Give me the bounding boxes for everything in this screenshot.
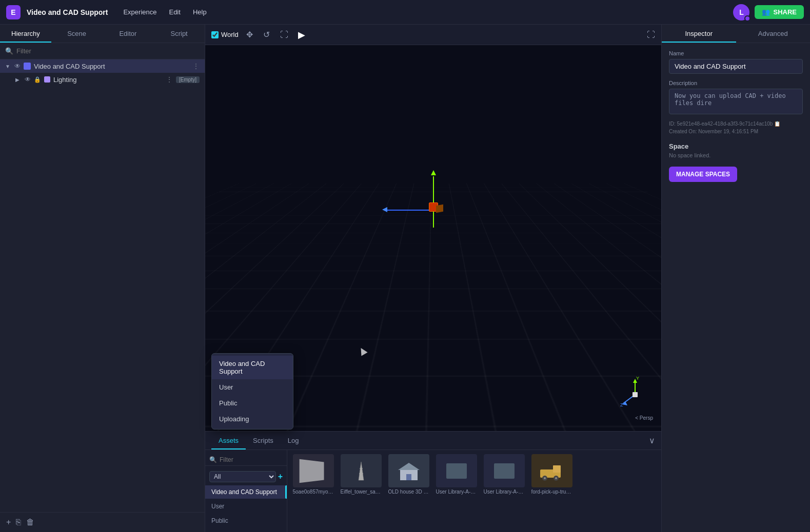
app-title: Video and CAD Support [27,8,108,16]
menu-experience[interactable]: Experience [118,6,162,18]
cursor-indicator [359,347,366,355]
assets-sidebar: 🔍 All Models Videos Images + Video and [205,450,287,532]
asset-item-5[interactable]: ford-pick-up-truck-... [530,454,574,495]
dropdown-item-uploading[interactable]: Uploading [212,411,293,427]
hierarchy-label-lighting: Lighting [53,76,163,84]
menu-edit[interactable]: Edit [164,6,185,18]
assets-folder-uploading[interactable]: Uploading [205,528,287,532]
asset-name-1: Eiffel_tower_sam... [341,489,382,495]
avatar[interactable]: L [733,4,749,21]
hierarchy-item-lighting[interactable]: ▶ 👁 🔒 Lighting ⋮ [Empty] [0,73,205,86]
menu-help[interactable]: Help [188,6,212,18]
topbar-right: L 👥 SHARE [733,4,804,21]
space-section-sub: No space linked. [669,152,803,158]
svg-point-19 [555,477,557,479]
space-section-title: Space [669,142,803,150]
asset-thumb-3 [436,454,477,487]
left-panel: Hierarchy Scene Editor Script 🔍 ▼ 👁 Vide… [0,25,205,532]
dropdown-item-public[interactable]: Public [212,395,293,411]
hierarchy-search: 🔍 [0,43,205,59]
svg-marker-4 [622,401,627,405]
move-tool-button[interactable]: ✥ [244,29,255,40]
expand-arrow-root[interactable]: ▼ [5,64,11,69]
world-checkbox[interactable] [211,31,219,38]
avatar-badge [744,15,750,22]
svg-text:Y: Y [636,377,639,381]
tab-script[interactable]: Script [153,25,205,43]
hierarchy-filter-input[interactable] [16,47,200,55]
inspector-content: Name Description Now you can upload CAD … [662,43,810,532]
left-tabs: Hierarchy Scene Editor Script [0,25,205,43]
share-button[interactable]: 👥 SHARE [755,5,804,19]
assets-dropdown: Video and CAD Support User Public Upload… [211,353,293,429]
asset-item-2[interactable]: OLD house 3D m... [387,454,430,495]
expand-arrow-lighting[interactable]: ▶ [15,77,22,83]
svg-rect-13 [406,474,411,480]
copy-item-button[interactable]: ⎘ [16,518,21,527]
name-field-input[interactable] [669,59,803,74]
svg-text:Z: Z [620,402,623,407]
assets-folder-project[interactable]: Video and CAD Support [205,485,287,499]
gizmo-svg: Y Z [617,377,653,413]
main-layout: Hierarchy Scene Editor Script 🔍 ▼ 👁 Vide… [0,25,810,532]
rotate-tool-button[interactable]: ↺ [261,29,272,40]
meta-created: Created On: November 19, 4:16:51 PM [669,129,758,134]
tab-editor[interactable]: Editor [103,25,154,43]
copy-id-button[interactable]: 📋 [774,121,780,127]
assets-search: 🔍 [205,454,287,466]
dropdown-item-user[interactable]: User [212,379,293,395]
asset-item-0[interactable]: 5oae0o857myo-b... [291,454,335,495]
add-asset-button[interactable]: + [278,472,283,481]
asset-name-0: 5oae0o857myo-b... [293,489,334,495]
assets-tabs: Assets Scripts Log ∨ [205,432,661,450]
assets-type-filter[interactable]: All Models Videos Images [209,471,276,482]
desc-field-textarea[interactable]: Now you can upload CAD + video files dir… [669,89,803,114]
world-check: World [211,31,239,38]
tab-scene[interactable]: Scene [51,25,103,43]
tab-scripts[interactable]: Scripts [246,432,281,449]
collapse-assets-button[interactable]: ∨ [649,436,655,445]
eye-icon-lighting[interactable]: 👁 [25,76,31,83]
asset-item-4[interactable]: User Library-A-54... [482,454,526,495]
assets-filter-input[interactable] [220,456,297,463]
asset-item-3[interactable]: User Library-A-54... [434,454,478,495]
x-axis-arrow [382,207,387,212]
tab-advanced[interactable]: Advanced [736,25,811,43]
svg-marker-8 [359,462,364,480]
asset-thumb-0 [293,454,334,487]
cube-icon-root [24,63,31,70]
hierarchy-label-root: Video and CAD Support [34,63,189,70]
assets-folder-public[interactable]: Public [205,514,287,527]
hierarchy-item-root[interactable]: ▼ 👁 Video and CAD Support ⋮ [0,59,205,73]
asset-name-5: ford-pick-up-truck-... [531,489,572,495]
assets-folder-user[interactable]: User [205,500,287,513]
delete-item-button[interactable]: 🗑 [26,518,34,527]
assets-content: 🔍 All Models Videos Images + Video and [205,450,661,532]
hierarchy-bottom-toolbar: + ⎘ 🗑 [0,512,205,532]
persp-label: < Persp [617,415,653,421]
manage-spaces-button[interactable]: MANAGE SPACES [669,167,737,182]
expand-viewport-button[interactable]: ⛶ [647,30,655,39]
eye-icon-root[interactable]: 👁 [14,63,21,70]
dots-icon-lighting[interactable]: ⋮ [166,75,173,84]
scale-tool-button[interactable]: ⛶ [278,29,291,40]
asset-name-2: OLD house 3D m... [388,489,429,495]
dropdown-item-project[interactable]: Video and CAD Support [212,356,293,379]
topbar: E Video and CAD Support Experience Edit … [0,0,810,25]
play-button[interactable]: ▶ [298,29,305,40]
tab-inspector[interactable]: Inspector [662,25,736,43]
lock-icon-lighting[interactable]: 🔒 [34,76,41,83]
topbar-menu: Experience Edit Help [118,6,211,18]
add-item-button[interactable]: + [6,518,11,527]
asset-item-1[interactable]: Eiffel_tower_sam... [339,454,383,495]
dots-icon-root[interactable]: ⋮ [192,62,200,70]
truck-thumb [538,459,566,482]
tab-assets[interactable]: Assets [211,432,246,449]
svg-rect-15 [553,465,561,473]
tab-hierarchy[interactable]: Hierarchy [0,25,51,43]
viewport-bar: World ✥ ↺ ⛶ ▶ ⛶ [205,25,661,45]
asset-thumb-4 [484,454,525,487]
meta-id: ID: 5e921e48-ea42-418d-a3f3-9c71c14ac10b [669,121,773,127]
assets-grid: 5oae0o857myo-b... Eiffel_tower_sam... [287,450,661,532]
tab-log[interactable]: Log [281,432,306,449]
